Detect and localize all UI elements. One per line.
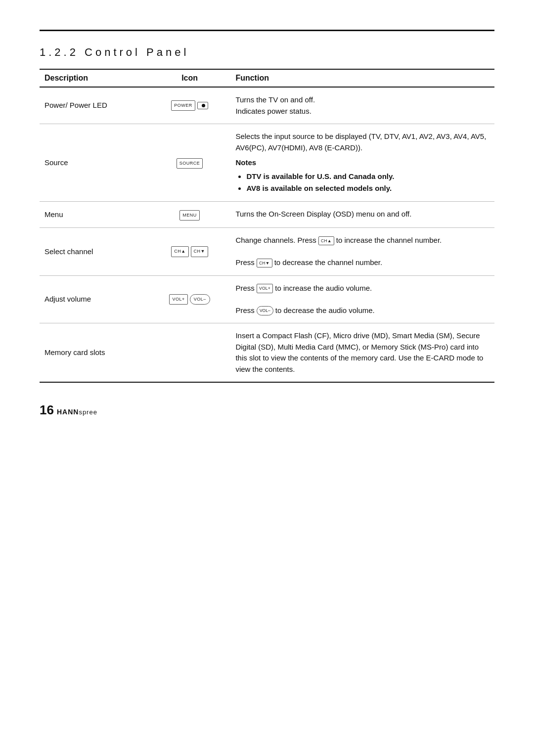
row-memory-desc: Memory card slots [40, 323, 149, 383]
col-header-function: Function [230, 69, 494, 87]
ch-down-button-icon: CH▼ [191, 246, 208, 257]
table-row: Menu MENU Turns the On-Screen Display (O… [40, 201, 494, 228]
row-volume-desc: Adjust volume [40, 275, 149, 323]
brand-spree: spree [79, 408, 97, 416]
row-source-desc: Source [40, 124, 149, 202]
table-row: Select channel CH▲ CH▼ Change channels. … [40, 228, 494, 276]
vol-plus-inline-icon: VOL+ [257, 284, 273, 293]
row-channel-icon: CH▲ CH▼ [149, 228, 231, 276]
row-power-icon: POWER [149, 87, 231, 124]
row-volume-icon: VOL+ VOL– [149, 275, 231, 323]
table-row: Power/ Power LED POWER Turns the TV on a… [40, 87, 494, 124]
top-rule [40, 30, 494, 31]
vol-minus-button-icon: VOL– [190, 294, 210, 305]
footer: 16 HANNspree [40, 402, 494, 418]
table-row: Source SOURCE Selects the input source t… [40, 124, 494, 202]
brand-logo: HANNspree [57, 408, 97, 416]
section-title: 1.2.2 Control Panel [40, 46, 494, 59]
ch-up-button-icon: CH▲ [171, 246, 188, 257]
page-number: 16 [40, 402, 54, 418]
col-header-icon: Icon [149, 69, 231, 87]
col-header-description: Description [40, 69, 149, 87]
row-channel-desc: Select channel [40, 228, 149, 276]
menu-button-icon: MENU [179, 210, 200, 221]
power-button-icon: POWER [171, 100, 195, 111]
ch-down-inline-icon: CH▼ [257, 259, 272, 268]
row-memory-icon [149, 323, 231, 383]
row-menu-desc: Menu [40, 201, 149, 228]
vol-minus-inline-icon: VOL– [257, 306, 273, 315]
row-power-function: Turns the TV on and off.Indicates power … [230, 87, 494, 124]
table-row: Memory card slots Insert a Compact Flash… [40, 323, 494, 383]
control-panel-table: Description Icon Function Power/ Power L… [40, 69, 494, 383]
power-led-icon [202, 104, 205, 107]
row-menu-icon: MENU [149, 201, 231, 228]
source-button-icon: SOURCE [177, 158, 203, 169]
row-volume-function: Press VOL+ to increase the audio volume.… [230, 275, 494, 323]
table-row: Adjust volume VOL+ VOL– Press VOL+ to in… [40, 275, 494, 323]
ch-up-inline-icon: CH▲ [318, 236, 334, 246]
row-power-desc: Power/ Power LED [40, 87, 149, 124]
brand-hann: HANN [57, 408, 79, 416]
row-memory-function: Insert a Compact Flash (CF), Micro drive… [230, 323, 494, 383]
source-note-2: AV8 is available on selected models only… [246, 182, 490, 194]
row-source-function: Selects the input source to be displayed… [230, 124, 494, 202]
row-menu-function: Turns the On-Screen Display (OSD) menu o… [230, 201, 494, 228]
source-note-1: DTV is available for U.S. and Canada onl… [246, 171, 490, 182]
source-notes: Notes DTV is available for U.S. and Cana… [235, 157, 490, 194]
row-source-icon: SOURCE [149, 124, 231, 202]
vol-plus-button-icon: VOL+ [169, 294, 187, 305]
row-channel-function: Change channels. Press CH▲ to increase t… [230, 228, 494, 276]
